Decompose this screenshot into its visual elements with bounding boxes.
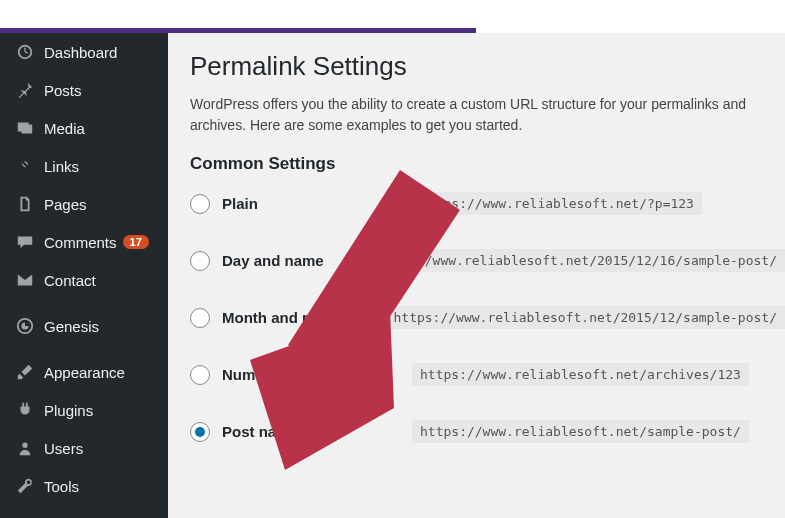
page-title: Permalink Settings	[190, 51, 785, 82]
sidebar-item-media[interactable]: Media	[0, 109, 168, 147]
sidebar-item-label: Tools	[44, 478, 79, 495]
permalink-option-day-name[interactable]: Day and name https://www.reliablesoft.ne…	[190, 249, 785, 272]
option-label: Plain	[222, 195, 412, 212]
permalink-option-numeric[interactable]: Numeric https://www.reliablesoft.net/arc…	[190, 363, 785, 386]
admin-sidebar: Dashboard Posts Media Links Pages Commen…	[0, 33, 168, 518]
sidebar-item-label: Comments	[44, 234, 117, 251]
comments-count-badge: 17	[123, 235, 149, 249]
option-label: Numeric	[222, 366, 412, 383]
media-icon	[14, 119, 36, 137]
radio-month-name[interactable]	[190, 308, 210, 328]
sidebar-item-label: Genesis	[44, 318, 99, 335]
sidebar-item-users[interactable]: Users	[0, 429, 168, 467]
radio-day-name[interactable]	[190, 251, 210, 271]
option-url: https://www.reliablesoft.net/archives/12…	[412, 363, 749, 386]
svg-point-1	[22, 443, 27, 448]
sidebar-item-contact[interactable]: Contact	[0, 261, 168, 299]
option-label: Month and name	[222, 309, 385, 326]
sidebar-item-label: Media	[44, 120, 85, 137]
sidebar-item-pages[interactable]: Pages	[0, 185, 168, 223]
brush-icon	[14, 363, 36, 381]
permalink-option-post-name[interactable]: Post name https://www.reliablesoft.net/s…	[190, 420, 785, 443]
link-icon	[14, 157, 36, 175]
tools-icon	[14, 477, 36, 495]
option-url: https://www.reliablesoft.net/2015/12/16/…	[362, 249, 785, 272]
sidebar-item-tools[interactable]: Tools	[0, 467, 168, 505]
users-icon	[14, 439, 36, 457]
sidebar-item-genesis[interactable]: Genesis	[0, 307, 168, 345]
radio-numeric[interactable]	[190, 365, 210, 385]
sidebar-item-label: Dashboard	[44, 44, 117, 61]
pin-icon	[14, 81, 36, 99]
sidebar-item-label: Appearance	[44, 364, 125, 381]
sidebar-item-label: Plugins	[44, 402, 93, 419]
sidebar-item-label: Contact	[44, 272, 96, 289]
sidebar-item-appearance[interactable]: Appearance	[0, 353, 168, 391]
plugin-icon	[14, 401, 36, 419]
sidebar-item-label: Links	[44, 158, 79, 175]
comments-icon	[14, 233, 36, 251]
option-url: https://www.reliablesoft.net/2015/12/sam…	[385, 306, 785, 329]
sidebar-item-links[interactable]: Links	[0, 147, 168, 185]
option-url: https://www.reliablesoft.net/sample-post…	[412, 420, 749, 443]
permalink-option-plain[interactable]: Plain https://www.reliablesoft.net/?p=12…	[190, 192, 785, 215]
content-area: Permalink Settings WordPress offers you …	[168, 33, 785, 518]
permalink-option-month-name[interactable]: Month and name https://www.reliablesoft.…	[190, 306, 785, 329]
option-url: https://www.reliablesoft.net/?p=123	[412, 192, 702, 215]
section-heading: Common Settings	[190, 154, 785, 174]
mail-icon	[14, 271, 36, 289]
sidebar-item-dashboard[interactable]: Dashboard	[0, 33, 168, 71]
sidebar-item-plugins[interactable]: Plugins	[0, 391, 168, 429]
sidebar-item-label: Pages	[44, 196, 87, 213]
dashboard-icon	[14, 43, 36, 61]
sidebar-item-label: Posts	[44, 82, 82, 99]
sidebar-item-label: Users	[44, 440, 83, 457]
page-description: WordPress offers you the ability to crea…	[190, 94, 785, 136]
accent-bar	[0, 28, 476, 33]
radio-plain[interactable]	[190, 194, 210, 214]
pages-icon	[14, 195, 36, 213]
genesis-icon	[14, 317, 36, 335]
sidebar-item-comments[interactable]: Comments 17	[0, 223, 168, 261]
radio-post-name[interactable]	[190, 422, 210, 442]
sidebar-item-posts[interactable]: Posts	[0, 71, 168, 109]
option-label: Day and name	[222, 252, 362, 269]
option-label: Post name	[222, 423, 412, 440]
